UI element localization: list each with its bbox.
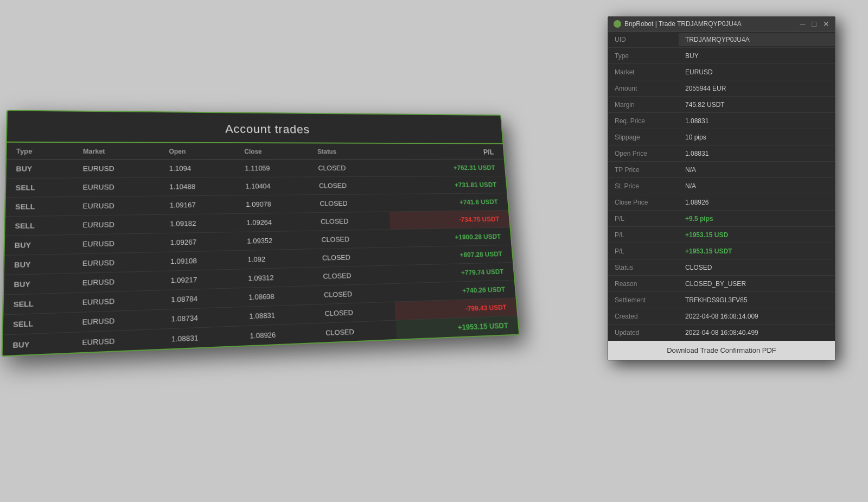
cell-open: 1.08831 bbox=[162, 326, 241, 349]
detail-value: TRDJAMRQYP0JU4A bbox=[679, 33, 835, 46]
detail-row: Open Price1.08831 bbox=[608, 145, 835, 162]
cell-type: SELL bbox=[6, 178, 74, 198]
detail-value: 745.82 USDT bbox=[679, 98, 835, 111]
cell-type: SELL bbox=[5, 215, 73, 236]
cell-market: EURUSD bbox=[73, 252, 161, 274]
app-icon bbox=[614, 20, 621, 28]
cell-type: SELL bbox=[3, 313, 73, 335]
detail-label: Req. Price bbox=[608, 115, 679, 128]
cell-status: CLOSED bbox=[310, 176, 388, 194]
detail-label: SL Price bbox=[608, 180, 679, 193]
detail-value: N/A bbox=[679, 180, 835, 193]
cell-type: BUY bbox=[3, 332, 73, 355]
col-pl: P/L bbox=[385, 145, 503, 160]
detail-value: BUY bbox=[679, 49, 835, 62]
detail-body: UIDTRDJAMRQYP0JU4ATypeBUYMarketEURUSDAmo… bbox=[608, 31, 835, 341]
window-controls[interactable]: ─ □ ✕ bbox=[800, 20, 829, 28]
detail-value: 1.08831 bbox=[679, 115, 835, 128]
detail-row: P/L+1953.15 USD bbox=[608, 227, 835, 243]
detail-label: Amount bbox=[608, 82, 679, 95]
detail-label: Updated bbox=[608, 326, 679, 339]
cell-close: 1.09078 bbox=[237, 195, 312, 214]
detail-value: 1.08926 bbox=[679, 196, 835, 209]
detail-label: Type bbox=[608, 49, 679, 62]
detail-label: Created bbox=[608, 310, 679, 323]
cell-open: 1.1094 bbox=[160, 159, 237, 177]
col-type: Type bbox=[7, 144, 74, 160]
detail-row: Updated2022-04-08 16:08:40.499 bbox=[608, 325, 835, 341]
detail-row: P/L+1953.15 USDT bbox=[608, 243, 835, 259]
cell-pl: +1953.15 USDT bbox=[396, 316, 519, 339]
detail-value: N/A bbox=[679, 163, 835, 176]
detail-row: TP PriceN/A bbox=[608, 162, 835, 178]
detail-row: StatusCLOSED bbox=[608, 259, 835, 276]
cell-status: CLOSED bbox=[312, 230, 392, 249]
cell-type: SELL bbox=[3, 293, 73, 314]
cell-open: 1.09108 bbox=[161, 251, 239, 271]
cell-close: 1.09352 bbox=[238, 231, 314, 250]
trade-detail-panel: BnpRobot | Trade TRDJAMRQYP0JU4A ─ □ ✕ U… bbox=[608, 16, 835, 360]
detail-value: +9.5 pips bbox=[679, 212, 835, 225]
cell-pl: +731.81 USDT bbox=[387, 176, 507, 194]
detail-value: CLOSED_BY_USER bbox=[679, 277, 835, 290]
close-button[interactable]: ✕ bbox=[823, 20, 829, 28]
cell-type: BUY bbox=[5, 234, 73, 255]
detail-value: 2022-04-08 16:08:14.009 bbox=[679, 310, 835, 323]
detail-row: Created2022-04-08 16:08:14.009 bbox=[608, 308, 835, 325]
cell-market: EURUSD bbox=[74, 160, 161, 178]
account-trades-panel: Account trades Type Market Open Close St… bbox=[2, 110, 520, 357]
cell-close: 1.11059 bbox=[236, 159, 310, 177]
cell-pl: +741.6 USDT bbox=[388, 193, 508, 212]
trades-table: Type Market Open Close Status P/L BUY EU… bbox=[3, 144, 519, 355]
cell-status: CLOSED bbox=[315, 283, 395, 304]
detail-label: Open Price bbox=[608, 147, 679, 160]
detail-label: Status bbox=[608, 261, 679, 274]
cell-open: 1.10488 bbox=[161, 177, 237, 196]
detail-label: Slippage bbox=[608, 131, 679, 144]
account-trades-title: Account trades bbox=[7, 111, 502, 143]
detail-row: Slippage10 pips bbox=[608, 129, 835, 145]
detail-label: Market bbox=[608, 66, 679, 79]
cell-close: 1.08926 bbox=[241, 323, 317, 346]
detail-label: Reason bbox=[608, 277, 679, 290]
cell-open: 1.09167 bbox=[161, 195, 238, 214]
detail-row: Amount2055944 EUR bbox=[608, 80, 835, 97]
cell-type: BUY bbox=[4, 254, 73, 275]
detail-row: SettlementTRFKHDS9GL3FV85 bbox=[608, 292, 835, 308]
detail-row: SL PriceN/A bbox=[608, 178, 835, 194]
minimize-button[interactable]: ─ bbox=[800, 20, 806, 28]
cell-open: 1.09217 bbox=[162, 269, 240, 290]
download-pdf-button[interactable]: Download Trade Confirmation PDF bbox=[608, 341, 835, 360]
col-close: Close bbox=[235, 144, 309, 160]
cell-market: EURUSD bbox=[73, 233, 162, 254]
detail-row: TypeBUY bbox=[608, 48, 835, 64]
window-title: BnpRobot | Trade TRDJAMRQYP0JU4A bbox=[624, 20, 742, 28]
detail-label: TP Price bbox=[608, 163, 679, 176]
detail-row: Close Price1.08926 bbox=[608, 194, 835, 211]
cell-pl: +762.31 USDT bbox=[386, 159, 506, 176]
table-row[interactable]: BUY EURUSD 1.1094 1.11059 CLOSED +762.31… bbox=[7, 159, 506, 178]
detail-row: P/L+9.5 pips bbox=[608, 211, 835, 227]
detail-row: Req. Price1.08831 bbox=[608, 113, 835, 129]
cell-market: EURUSD bbox=[73, 309, 162, 332]
cell-type: BUY bbox=[4, 274, 73, 295]
titlebar: BnpRobot | Trade TRDJAMRQYP0JU4A ─ □ ✕ bbox=[608, 17, 835, 31]
cell-status: CLOSED bbox=[312, 212, 391, 231]
detail-value: +1953.15 USD bbox=[679, 228, 835, 242]
cell-status: CLOSED bbox=[314, 265, 394, 286]
detail-label: Margin bbox=[608, 98, 679, 111]
detail-value: 1.08831 bbox=[679, 147, 835, 160]
cell-close: 1.08831 bbox=[240, 304, 317, 326]
cell-market: EURUSD bbox=[73, 271, 162, 293]
detail-value: EURUSD bbox=[679, 66, 835, 79]
detail-row: ReasonCLOSED_BY_USER bbox=[608, 276, 835, 292]
detail-row: UIDTRDJAMRQYP0JU4A bbox=[608, 31, 835, 48]
cell-open: 1.09182 bbox=[161, 214, 238, 233]
cell-status: CLOSED bbox=[309, 159, 387, 177]
detail-label: P/L bbox=[608, 212, 679, 225]
cell-status: CLOSED bbox=[311, 194, 390, 213]
cell-open: 1.08734 bbox=[162, 307, 240, 329]
cell-open: 1.09267 bbox=[161, 232, 239, 252]
detail-label: Settlement bbox=[608, 294, 679, 307]
maximize-button[interactable]: □ bbox=[812, 20, 816, 28]
